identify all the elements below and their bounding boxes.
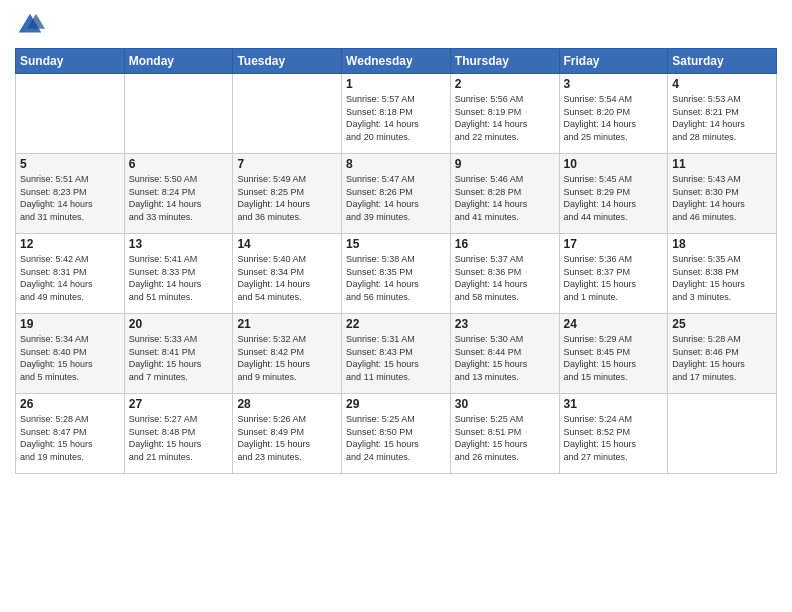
calendar-day-17: 17Sunrise: 5:36 AM Sunset: 8:37 PM Dayli… bbox=[559, 234, 668, 314]
calendar-day-1: 1Sunrise: 5:57 AM Sunset: 8:18 PM Daylig… bbox=[342, 74, 451, 154]
calendar-empty-cell bbox=[124, 74, 233, 154]
calendar-day-15: 15Sunrise: 5:38 AM Sunset: 8:35 PM Dayli… bbox=[342, 234, 451, 314]
calendar-day-19: 19Sunrise: 5:34 AM Sunset: 8:40 PM Dayli… bbox=[16, 314, 125, 394]
day-info: Sunrise: 5:26 AM Sunset: 8:49 PM Dayligh… bbox=[237, 413, 337, 463]
day-number: 27 bbox=[129, 397, 229, 411]
day-number: 11 bbox=[672, 157, 772, 171]
day-info: Sunrise: 5:45 AM Sunset: 8:29 PM Dayligh… bbox=[564, 173, 664, 223]
calendar-day-11: 11Sunrise: 5:43 AM Sunset: 8:30 PM Dayli… bbox=[668, 154, 777, 234]
calendar-day-26: 26Sunrise: 5:28 AM Sunset: 8:47 PM Dayli… bbox=[16, 394, 125, 474]
calendar-empty-cell bbox=[233, 74, 342, 154]
day-number: 6 bbox=[129, 157, 229, 171]
calendar-day-3: 3Sunrise: 5:54 AM Sunset: 8:20 PM Daylig… bbox=[559, 74, 668, 154]
day-info: Sunrise: 5:53 AM Sunset: 8:21 PM Dayligh… bbox=[672, 93, 772, 143]
calendar-day-10: 10Sunrise: 5:45 AM Sunset: 8:29 PM Dayli… bbox=[559, 154, 668, 234]
day-number: 2 bbox=[455, 77, 555, 91]
calendar-day-20: 20Sunrise: 5:33 AM Sunset: 8:41 PM Dayli… bbox=[124, 314, 233, 394]
calendar-empty-cell bbox=[668, 394, 777, 474]
calendar-day-13: 13Sunrise: 5:41 AM Sunset: 8:33 PM Dayli… bbox=[124, 234, 233, 314]
day-info: Sunrise: 5:28 AM Sunset: 8:46 PM Dayligh… bbox=[672, 333, 772, 383]
day-info: Sunrise: 5:31 AM Sunset: 8:43 PM Dayligh… bbox=[346, 333, 446, 383]
day-number: 17 bbox=[564, 237, 664, 251]
day-number: 24 bbox=[564, 317, 664, 331]
calendar-table: SundayMondayTuesdayWednesdayThursdayFrid… bbox=[15, 48, 777, 474]
day-number: 15 bbox=[346, 237, 446, 251]
calendar-day-27: 27Sunrise: 5:27 AM Sunset: 8:48 PM Dayli… bbox=[124, 394, 233, 474]
day-info: Sunrise: 5:24 AM Sunset: 8:52 PM Dayligh… bbox=[564, 413, 664, 463]
day-number: 31 bbox=[564, 397, 664, 411]
day-number: 21 bbox=[237, 317, 337, 331]
calendar-day-9: 9Sunrise: 5:46 AM Sunset: 8:28 PM Daylig… bbox=[450, 154, 559, 234]
day-info: Sunrise: 5:30 AM Sunset: 8:44 PM Dayligh… bbox=[455, 333, 555, 383]
day-number: 20 bbox=[129, 317, 229, 331]
col-header-sunday: Sunday bbox=[16, 49, 125, 74]
day-info: Sunrise: 5:51 AM Sunset: 8:23 PM Dayligh… bbox=[20, 173, 120, 223]
page: SundayMondayTuesdayWednesdayThursdayFrid… bbox=[0, 0, 792, 612]
day-info: Sunrise: 5:40 AM Sunset: 8:34 PM Dayligh… bbox=[237, 253, 337, 303]
logo-icon bbox=[15, 10, 45, 40]
day-info: Sunrise: 5:35 AM Sunset: 8:38 PM Dayligh… bbox=[672, 253, 772, 303]
day-info: Sunrise: 5:57 AM Sunset: 8:18 PM Dayligh… bbox=[346, 93, 446, 143]
calendar-day-28: 28Sunrise: 5:26 AM Sunset: 8:49 PM Dayli… bbox=[233, 394, 342, 474]
calendar-day-22: 22Sunrise: 5:31 AM Sunset: 8:43 PM Dayli… bbox=[342, 314, 451, 394]
day-number: 26 bbox=[20, 397, 120, 411]
day-info: Sunrise: 5:37 AM Sunset: 8:36 PM Dayligh… bbox=[455, 253, 555, 303]
day-info: Sunrise: 5:46 AM Sunset: 8:28 PM Dayligh… bbox=[455, 173, 555, 223]
day-number: 23 bbox=[455, 317, 555, 331]
day-number: 18 bbox=[672, 237, 772, 251]
day-info: Sunrise: 5:25 AM Sunset: 8:50 PM Dayligh… bbox=[346, 413, 446, 463]
day-info: Sunrise: 5:47 AM Sunset: 8:26 PM Dayligh… bbox=[346, 173, 446, 223]
day-info: Sunrise: 5:54 AM Sunset: 8:20 PM Dayligh… bbox=[564, 93, 664, 143]
col-header-wednesday: Wednesday bbox=[342, 49, 451, 74]
day-info: Sunrise: 5:42 AM Sunset: 8:31 PM Dayligh… bbox=[20, 253, 120, 303]
day-info: Sunrise: 5:49 AM Sunset: 8:25 PM Dayligh… bbox=[237, 173, 337, 223]
calendar-day-29: 29Sunrise: 5:25 AM Sunset: 8:50 PM Dayli… bbox=[342, 394, 451, 474]
col-header-saturday: Saturday bbox=[668, 49, 777, 74]
calendar-day-6: 6Sunrise: 5:50 AM Sunset: 8:24 PM Daylig… bbox=[124, 154, 233, 234]
calendar-empty-cell bbox=[16, 74, 125, 154]
day-info: Sunrise: 5:25 AM Sunset: 8:51 PM Dayligh… bbox=[455, 413, 555, 463]
day-info: Sunrise: 5:34 AM Sunset: 8:40 PM Dayligh… bbox=[20, 333, 120, 383]
calendar-day-24: 24Sunrise: 5:29 AM Sunset: 8:45 PM Dayli… bbox=[559, 314, 668, 394]
day-info: Sunrise: 5:56 AM Sunset: 8:19 PM Dayligh… bbox=[455, 93, 555, 143]
day-number: 30 bbox=[455, 397, 555, 411]
calendar-day-7: 7Sunrise: 5:49 AM Sunset: 8:25 PM Daylig… bbox=[233, 154, 342, 234]
calendar-day-5: 5Sunrise: 5:51 AM Sunset: 8:23 PM Daylig… bbox=[16, 154, 125, 234]
calendar-day-18: 18Sunrise: 5:35 AM Sunset: 8:38 PM Dayli… bbox=[668, 234, 777, 314]
day-number: 8 bbox=[346, 157, 446, 171]
calendar-day-30: 30Sunrise: 5:25 AM Sunset: 8:51 PM Dayli… bbox=[450, 394, 559, 474]
day-number: 1 bbox=[346, 77, 446, 91]
calendar-day-23: 23Sunrise: 5:30 AM Sunset: 8:44 PM Dayli… bbox=[450, 314, 559, 394]
calendar-header-row: SundayMondayTuesdayWednesdayThursdayFrid… bbox=[16, 49, 777, 74]
day-info: Sunrise: 5:32 AM Sunset: 8:42 PM Dayligh… bbox=[237, 333, 337, 383]
day-info: Sunrise: 5:43 AM Sunset: 8:30 PM Dayligh… bbox=[672, 173, 772, 223]
col-header-tuesday: Tuesday bbox=[233, 49, 342, 74]
day-info: Sunrise: 5:27 AM Sunset: 8:48 PM Dayligh… bbox=[129, 413, 229, 463]
day-number: 14 bbox=[237, 237, 337, 251]
day-number: 12 bbox=[20, 237, 120, 251]
day-number: 3 bbox=[564, 77, 664, 91]
day-info: Sunrise: 5:41 AM Sunset: 8:33 PM Dayligh… bbox=[129, 253, 229, 303]
col-header-monday: Monday bbox=[124, 49, 233, 74]
day-number: 22 bbox=[346, 317, 446, 331]
calendar-day-25: 25Sunrise: 5:28 AM Sunset: 8:46 PM Dayli… bbox=[668, 314, 777, 394]
day-number: 7 bbox=[237, 157, 337, 171]
day-info: Sunrise: 5:50 AM Sunset: 8:24 PM Dayligh… bbox=[129, 173, 229, 223]
day-info: Sunrise: 5:33 AM Sunset: 8:41 PM Dayligh… bbox=[129, 333, 229, 383]
day-number: 16 bbox=[455, 237, 555, 251]
calendar-week-row: 26Sunrise: 5:28 AM Sunset: 8:47 PM Dayli… bbox=[16, 394, 777, 474]
calendar-day-4: 4Sunrise: 5:53 AM Sunset: 8:21 PM Daylig… bbox=[668, 74, 777, 154]
calendar-week-row: 5Sunrise: 5:51 AM Sunset: 8:23 PM Daylig… bbox=[16, 154, 777, 234]
day-info: Sunrise: 5:38 AM Sunset: 8:35 PM Dayligh… bbox=[346, 253, 446, 303]
day-info: Sunrise: 5:36 AM Sunset: 8:37 PM Dayligh… bbox=[564, 253, 664, 303]
calendar-day-21: 21Sunrise: 5:32 AM Sunset: 8:42 PM Dayli… bbox=[233, 314, 342, 394]
logo bbox=[15, 10, 49, 40]
calendar-day-2: 2Sunrise: 5:56 AM Sunset: 8:19 PM Daylig… bbox=[450, 74, 559, 154]
col-header-thursday: Thursday bbox=[450, 49, 559, 74]
day-number: 5 bbox=[20, 157, 120, 171]
day-info: Sunrise: 5:29 AM Sunset: 8:45 PM Dayligh… bbox=[564, 333, 664, 383]
calendar-week-row: 19Sunrise: 5:34 AM Sunset: 8:40 PM Dayli… bbox=[16, 314, 777, 394]
calendar-day-12: 12Sunrise: 5:42 AM Sunset: 8:31 PM Dayli… bbox=[16, 234, 125, 314]
calendar-day-14: 14Sunrise: 5:40 AM Sunset: 8:34 PM Dayli… bbox=[233, 234, 342, 314]
day-number: 25 bbox=[672, 317, 772, 331]
